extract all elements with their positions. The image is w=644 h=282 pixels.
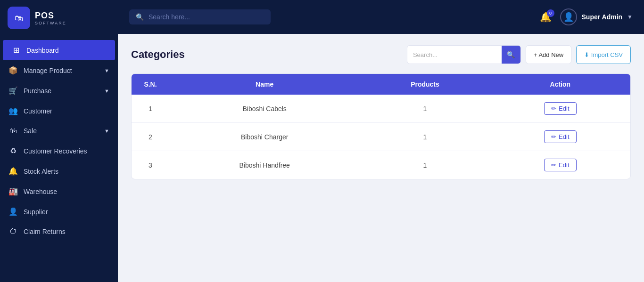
- sidebar-item-purchase[interactable]: 🛒 Purchase ▼: [0, 81, 118, 101]
- page-title: Categories: [131, 48, 399, 61]
- cell-action: ✏ Edit: [490, 95, 630, 123]
- edit-icon: ✏: [551, 105, 556, 112]
- edit-icon: ✏: [551, 133, 556, 140]
- customer-icon: 👥: [8, 106, 18, 115]
- table-header: S.N. Name Products Action: [132, 74, 630, 95]
- cell-name: Biboshi Charger: [169, 123, 360, 151]
- sidebar-item-label: Dashboard: [26, 47, 59, 54]
- main-wrapper: 🔍 🔔 0 👤 Super Admin ▼ Categories 🔍: [118, 0, 644, 282]
- cell-sn: 1: [132, 95, 169, 123]
- sidebar-logo: 🛍 POS SOFTWARE: [0, 0, 118, 36]
- sidebar-item-label: Supplier: [24, 208, 48, 216]
- manage-product-icon: 📦: [8, 66, 18, 75]
- supplier-icon: 👤: [8, 207, 18, 216]
- import-csv-button[interactable]: ⬇ Import CSV: [576, 45, 631, 64]
- cell-action: ✏ Edit: [490, 151, 630, 179]
- purchase-icon: 🛒: [8, 86, 18, 95]
- dashboard-icon: ⊞: [11, 46, 21, 55]
- col-sn: S.N.: [132, 74, 169, 95]
- sidebar-item-label: Purchase: [24, 87, 51, 95]
- edit-button[interactable]: ✏ Edit: [544, 159, 576, 171]
- sidebar-item-customer-recoveries[interactable]: ♻ Customer Recoveries: [0, 141, 118, 161]
- chevron-down-icon: ▼: [104, 88, 109, 94]
- sidebar-item-supplier[interactable]: 👤 Supplier: [0, 201, 118, 222]
- notification-button[interactable]: 🔔 0: [540, 11, 552, 23]
- sidebar-item-warehouse[interactable]: 🏭 Warehouse: [0, 181, 118, 201]
- search-icon: 🔍: [136, 13, 144, 21]
- categories-table: S.N. Name Products Action 1 Biboshi Cabe…: [132, 74, 630, 179]
- logo-icon: 🛍: [8, 7, 30, 29]
- cell-products: 1: [360, 123, 490, 151]
- topbar: 🔍 🔔 0 👤 Super Admin ▼: [118, 0, 644, 34]
- cell-action: ✏ Edit: [490, 123, 630, 151]
- table-search[interactable]: 🔍: [407, 45, 521, 64]
- logo-sub: SOFTWARE: [35, 21, 66, 25]
- main-content: Categories 🔍 + Add New ⬇ Import CSV S.N.…: [118, 34, 644, 282]
- logo-text: POS: [35, 11, 66, 21]
- cell-sn: 2: [132, 123, 169, 151]
- stock-alerts-icon: 🔔: [8, 167, 18, 176]
- user-menu[interactable]: 👤 Super Admin ▼: [560, 8, 633, 25]
- topbar-right: 🔔 0 👤 Super Admin ▼: [540, 8, 633, 25]
- sidebar-item-stock-alerts[interactable]: 🔔 Stock Alerts: [0, 161, 118, 181]
- table-row: 3 Biboshi Handfree 1 ✏ Edit: [132, 151, 630, 179]
- sidebar-item-label: Customer: [24, 107, 52, 115]
- svg-text:🛍: 🛍: [15, 14, 23, 23]
- cell-name: Biboshi Cabels: [169, 95, 360, 123]
- table-body: 1 Biboshi Cabels 1 ✏ Edit 2 Biboshi Char…: [132, 95, 630, 179]
- cell-name: Biboshi Handfree: [169, 151, 360, 179]
- sidebar-item-label: Warehouse: [24, 188, 57, 195]
- sidebar-item-label: Customer Recoveries: [24, 147, 87, 155]
- warehouse-icon: 🏭: [8, 187, 18, 196]
- col-products: Products: [360, 74, 490, 95]
- table-search-input[interactable]: [407, 51, 502, 58]
- sidebar-item-label: Claim Returns: [24, 228, 66, 235]
- sidebar-item-dashboard[interactable]: ⊞ Dashboard: [3, 40, 115, 60]
- col-action: Action: [490, 74, 630, 95]
- topbar-search-input[interactable]: [149, 13, 264, 21]
- customer-recoveries-icon: ♻: [8, 146, 18, 155]
- page-header: Categories 🔍 + Add New ⬇ Import CSV: [131, 45, 631, 64]
- sidebar: 🛍 POS SOFTWARE ⊞ Dashboard 📦 Manage Prod…: [0, 0, 118, 282]
- avatar: 👤: [560, 8, 577, 25]
- sidebar-item-sale[interactable]: 🛍 Sale ▼: [0, 121, 118, 141]
- sidebar-item-manage-product[interactable]: 📦 Manage Product ▼: [0, 60, 118, 81]
- table-row: 1 Biboshi Cabels 1 ✏ Edit: [132, 95, 630, 123]
- sidebar-item-label: Sale: [24, 127, 37, 135]
- chevron-down-icon: ▼: [104, 68, 109, 73]
- sidebar-item-claim-returns[interactable]: ⏱ Claim Returns: [0, 222, 118, 242]
- cell-products: 1: [360, 151, 490, 179]
- notification-badge: 0: [547, 9, 554, 17]
- col-name: Name: [169, 74, 360, 95]
- edit-icon: ✏: [551, 161, 556, 169]
- sidebar-item-label: Manage Product: [24, 67, 72, 74]
- edit-button[interactable]: ✏ Edit: [544, 102, 576, 115]
- table-row: 2 Biboshi Charger 1 ✏ Edit: [132, 123, 630, 151]
- add-new-button[interactable]: + Add New: [526, 45, 571, 64]
- sidebar-item-customer[interactable]: 👥 Customer: [0, 101, 118, 121]
- chevron-down-icon: ▼: [627, 14, 633, 20]
- table-search-button[interactable]: 🔍: [502, 45, 520, 64]
- user-name: Super Admin: [582, 13, 623, 21]
- chevron-down-icon: ▼: [104, 128, 109, 134]
- cell-products: 1: [360, 95, 490, 123]
- edit-button[interactable]: ✏ Edit: [544, 130, 576, 143]
- cell-sn: 3: [132, 151, 169, 179]
- topbar-search[interactable]: 🔍: [129, 9, 271, 24]
- sidebar-nav: ⊞ Dashboard 📦 Manage Product ▼ 🛒 Purchas…: [0, 36, 118, 282]
- claim-returns-icon: ⏱: [8, 227, 18, 236]
- header-actions: 🔍 + Add New ⬇ Import CSV: [407, 45, 631, 64]
- sale-icon: 🛍: [8, 127, 18, 135]
- sidebar-item-label: Stock Alerts: [24, 168, 58, 175]
- categories-table-container: S.N. Name Products Action 1 Biboshi Cabe…: [131, 73, 631, 179]
